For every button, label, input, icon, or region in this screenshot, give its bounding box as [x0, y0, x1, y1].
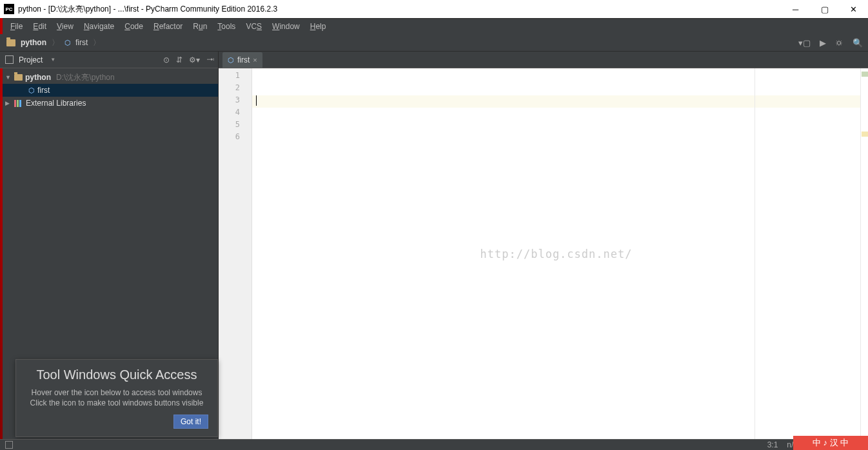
project-view-dropdown[interactable]: ▼ [50, 57, 55, 63]
menu-run[interactable]: Run [188, 21, 212, 32]
line-number: 4 [219, 108, 252, 120]
error-stripe[interactable] [860, 68, 868, 439]
run-button-icon[interactable]: ▶ [820, 38, 826, 48]
project-view-icon [5, 55, 14, 64]
line-number: 6 [219, 132, 252, 144]
menu-help[interactable]: Help [305, 21, 331, 32]
watermark: http://blog.csdn.net/ [480, 248, 633, 260]
popup-line1: Hover over the icon below to access tool… [25, 387, 208, 398]
maximize-button[interactable]: ▢ [810, 0, 839, 18]
project-panel-title[interactable]: Project [19, 55, 43, 64]
libraries-icon [14, 100, 23, 107]
menu-file[interactable]: File [5, 21, 28, 32]
breadcrumb-separator: 〉 [93, 37, 101, 48]
python-file-icon: ⬡ [28, 86, 35, 95]
hide-panel-icon[interactable]: ⭲ [206, 55, 214, 64]
menu-edit[interactable]: Edit [28, 21, 52, 32]
marker-warning [862, 132, 868, 137]
gutter: 1 2 3 4 5 6 [219, 68, 252, 439]
window-title: python - [D:\沈永亮\python] - ...\first - P… [18, 4, 277, 15]
search-icon[interactable]: 🔍 [853, 38, 863, 48]
menubar: File Edit View Navigate Code Refactor Ru… [0, 18, 868, 34]
editor[interactable]: 1 2 3 4 5 6 http://blog.csdn.net/ [219, 68, 868, 439]
close-button[interactable]: ✕ [839, 0, 868, 18]
tool-window-toggle-icon[interactable] [5, 441, 13, 449]
project-panel-header: Project ▼ ⊙ ⇵ ⚙▾ ⭲ [0, 52, 218, 68]
breadcrumb-project[interactable]: python [21, 38, 46, 47]
expand-arrow-icon[interactable]: ▶ [5, 100, 12, 106]
app-icon: PC [4, 4, 14, 14]
python-file-icon: ⬡ [228, 56, 234, 64]
tree-external-libraries[interactable]: ▶ External Libraries [0, 97, 218, 110]
settings-icon[interactable]: ⚙▾ [189, 55, 200, 64]
editor-area: ⬡ first × 1 2 3 4 5 6 [219, 52, 868, 439]
menu-refactor[interactable]: Refactor [148, 21, 188, 32]
close-tab-icon[interactable]: × [253, 56, 257, 64]
tool-windows-popup: Tool Windows Quick Access Hover over the… [15, 359, 218, 437]
editor-tabs: ⬡ first × [219, 52, 868, 68]
titlebar: PC python - [D:\沈永亮\python] - ...\first … [0, 0, 868, 18]
line-number: 1 [219, 71, 252, 83]
tab-first[interactable]: ⬡ first × [222, 52, 262, 68]
menu-tools[interactable]: Tools [212, 21, 241, 32]
tree-file-first[interactable]: ⬡ first [0, 84, 218, 97]
run-config-dropdown[interactable]: ▾▢ [798, 38, 811, 48]
project-tree: ▼ python D:\沈永亮\python ⬡ first ▶ Externa… [0, 68, 218, 112]
folder-icon [14, 74, 23, 81]
code-area[interactable]: http://blog.csdn.net/ [252, 68, 860, 439]
line-number: 2 [219, 83, 252, 95]
line-number: 5 [219, 120, 252, 132]
tree-root[interactable]: ▼ python D:\沈永亮\python [0, 71, 218, 84]
breadcrumb-file[interactable]: first [75, 38, 88, 47]
popup-title: Tool Windows Quick Access [25, 367, 208, 382]
scroll-from-source-icon[interactable]: ⇵ [176, 55, 182, 64]
menu-code[interactable]: Code [119, 21, 148, 32]
external-libraries-label: External Libraries [26, 99, 86, 108]
collapse-all-icon[interactable]: ⊙ [163, 55, 170, 64]
tree-file-label: first [37, 86, 50, 95]
marker-ok [862, 72, 868, 77]
project-path: D:\沈永亮\python [56, 72, 115, 83]
ime-widget[interactable]: 中 ♪ 汉 中 [793, 436, 868, 450]
menu-navigate[interactable]: Navigate [79, 21, 119, 32]
got-it-button[interactable]: Got it! [173, 415, 208, 429]
debug-button-icon[interactable]: ⛭ [835, 38, 843, 48]
menu-view[interactable]: View [52, 21, 79, 32]
caret [256, 95, 257, 106]
status-bar: 3:1 n/a UTF-8 ↲ 🔒 [0, 439, 868, 450]
line-number: 3 [219, 95, 252, 108]
folder-icon [6, 39, 15, 46]
breadcrumb-separator: 〉 [52, 37, 59, 48]
navigation-bar: python 〉 ⬡ first 〉 ▾▢ ▶ ⛭ 🔍 [0, 34, 868, 52]
cursor-position: 3:1 [767, 440, 778, 449]
popup-line2: Click the icon to make tool windows butt… [25, 398, 208, 408]
expand-arrow-icon[interactable]: ▼ [5, 74, 12, 81]
minimize-button[interactable]: ─ [781, 0, 810, 18]
left-edge-decoration [0, 18, 3, 450]
project-name: python [25, 73, 51, 82]
right-margin-guide [755, 68, 755, 439]
menu-window[interactable]: Window [267, 21, 305, 32]
python-file-icon: ⬡ [64, 39, 71, 47]
tab-label: first [237, 55, 250, 64]
menu-vcs[interactable]: VCS [241, 21, 267, 32]
